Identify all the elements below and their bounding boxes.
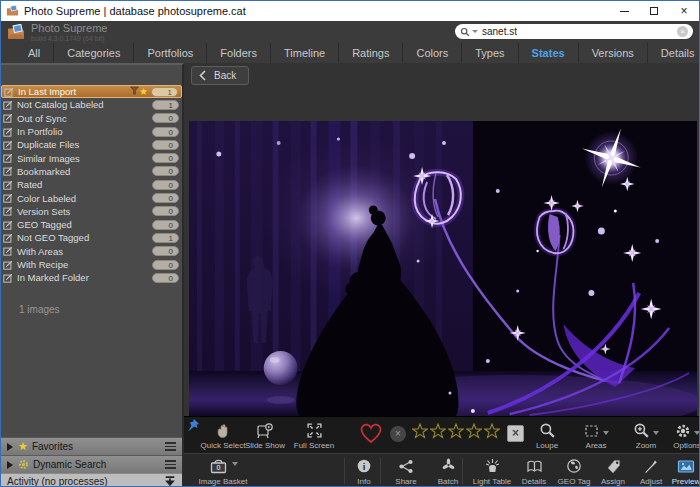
rating-stars[interactable] — [412, 423, 502, 443]
favorites-label: Favorites — [32, 441, 165, 452]
state-filter-row[interactable]: GEO Tagged ★ 0 — [1, 218, 182, 231]
state-filter-row[interactable]: Out of Sync ★ 0 — [1, 112, 182, 125]
minimize-button[interactable] — [609, 1, 639, 21]
share-button[interactable]: Share — [386, 457, 426, 486]
info-button[interactable]: i Info — [346, 457, 382, 486]
tab-portfolios[interactable]: Portfolios — [133, 43, 206, 63]
chevron-down-icon[interactable] — [603, 431, 609, 435]
count-badge: 0 — [152, 193, 179, 203]
state-filter-row[interactable]: Bookmarked ★ 0 — [1, 165, 182, 178]
rating-star-icon[interactable] — [448, 423, 466, 443]
tab-versions[interactable]: Versions — [578, 43, 647, 63]
state-filter-label: Color Labeled — [17, 193, 152, 204]
chevron-down-icon[interactable] — [232, 462, 238, 466]
expand-triangle-icon[interactable] — [7, 461, 13, 469]
state-filter-label: With Areas — [17, 246, 152, 257]
remove-rating-button[interactable]: × — [507, 425, 524, 442]
preview-button[interactable]: Preview — [665, 457, 700, 486]
rating-star-icon[interactable] — [466, 423, 484, 443]
clear-rating-icon[interactable]: × — [390, 426, 406, 442]
panel-menu-icon[interactable] — [165, 458, 176, 471]
search-input[interactable]: sanet.st — [482, 26, 677, 37]
options-button[interactable]: Options — [665, 420, 700, 450]
quick-select-button[interactable]: Quick Select — [198, 420, 248, 450]
state-filter-row[interactable]: In Marked Folder ★ 0 — [1, 271, 182, 284]
count-badge: 0 — [152, 273, 179, 283]
tab-types[interactable]: Types — [461, 43, 517, 63]
geo-tag-button[interactable]: GEO Tag — [552, 457, 596, 486]
state-filter-row[interactable]: In Last Import ★ 1 — [1, 85, 182, 98]
expand-triangle-icon[interactable] — [7, 443, 13, 451]
state-filter-row[interactable]: Color Labeled ★ 0 — [1, 191, 182, 204]
image-basket-button[interactable]: 0 Image Basket — [192, 457, 254, 486]
count-badge: 1 — [152, 233, 179, 243]
tab-states[interactable]: States — [518, 43, 578, 63]
edit-label-icon[interactable] — [3, 127, 13, 137]
heart-favorite-icon[interactable] — [358, 421, 384, 445]
app-build: build 4.3.0.1749 (64 bit) — [31, 35, 107, 42]
state-filter-label: Duplicate Files — [17, 139, 152, 150]
light-table-button[interactable]: Light Table — [466, 457, 518, 486]
loupe-button[interactable]: Loupe — [527, 420, 567, 450]
maximize-button[interactable] — [639, 1, 669, 21]
state-filter-row[interactable]: With Recipe ★ 0 — [1, 258, 182, 271]
chevron-down-icon[interactable] — [694, 431, 700, 435]
activity-panel-toggle-icon[interactable] — [164, 475, 176, 487]
state-filter-row[interactable]: Rated ★ 0 — [1, 178, 182, 191]
edit-label-icon[interactable] — [4, 87, 14, 97]
window-title: Photo Supreme | database photosupreme.ca… — [24, 5, 609, 17]
details-button[interactable]: Details — [514, 457, 554, 486]
areas-button[interactable]: Areas — [575, 420, 617, 450]
zoom-button[interactable]: Zoom — [625, 420, 667, 450]
book-icon — [526, 459, 543, 474]
tab-colors[interactable]: Colors — [402, 43, 461, 63]
tab-details[interactable]: Details — [647, 43, 700, 63]
photo-preview-image[interactable] — [189, 121, 697, 416]
count-badge: 0 — [152, 220, 179, 230]
edit-label-icon[interactable] — [3, 273, 13, 283]
edit-label-icon[interactable] — [3, 100, 13, 110]
rating-star-icon[interactable] — [430, 423, 448, 443]
rating-star-icon[interactable] — [412, 423, 430, 443]
edit-label-icon[interactable] — [3, 246, 13, 256]
funnel-filter-icon[interactable] — [130, 86, 139, 97]
title-bar: Photo Supreme | database photosupreme.ca… — [1, 1, 699, 21]
edit-label-icon[interactable] — [3, 233, 13, 243]
tab-categories[interactable]: Categories — [53, 43, 133, 63]
slide-show-button[interactable]: Slide Show — [242, 420, 288, 450]
dynamic-search-panel-header[interactable]: Dynamic Search — [1, 455, 182, 473]
tab-folders[interactable]: Folders — [206, 43, 270, 63]
favorites-panel-header[interactable]: ★ Favorites — [1, 437, 182, 455]
search-clear-icon[interactable]: × — [677, 26, 688, 37]
tab-all[interactable]: All — [15, 43, 53, 63]
panel-menu-icon[interactable] — [165, 440, 176, 453]
state-filter-row[interactable]: Duplicate Files ★ 0 — [1, 138, 182, 151]
state-filter-row[interactable]: Not GEO Tagged ★ 1 — [1, 231, 182, 244]
back-button[interactable]: Back — [191, 66, 249, 85]
star-icon: ★ — [139, 87, 148, 97]
state-filter-row[interactable]: Not Catalog Labeled ★ 1 — [1, 98, 182, 111]
edit-label-icon[interactable] — [3, 113, 13, 123]
search-box[interactable]: sanet.st × — [455, 24, 693, 39]
edit-label-icon[interactable] — [3, 260, 13, 270]
share-icon — [398, 459, 414, 474]
edit-label-icon[interactable] — [3, 153, 13, 163]
state-filter-row[interactable]: With Areas ★ 0 — [1, 245, 182, 258]
edit-label-icon[interactable] — [3, 220, 13, 230]
search-scope-caret[interactable] — [472, 30, 478, 33]
state-filter-row[interactable]: In Portfolio ★ 0 — [1, 125, 182, 138]
edit-label-icon[interactable] — [3, 140, 13, 150]
tab-timeline[interactable]: Timeline — [270, 43, 338, 63]
state-filter-row[interactable]: Version Sets ★ 0 — [1, 205, 182, 218]
edit-label-icon[interactable] — [3, 193, 13, 203]
chevron-down-icon[interactable] — [653, 431, 659, 435]
edit-label-icon[interactable] — [3, 166, 13, 176]
close-button[interactable]: × — [669, 1, 699, 21]
edit-label-icon[interactable] — [3, 180, 13, 190]
full-screen-button[interactable]: Full Screen — [288, 420, 340, 450]
tab-ratings[interactable]: Ratings — [338, 43, 402, 63]
edit-label-icon[interactable] — [3, 206, 13, 216]
assign-button[interactable]: Assign — [593, 457, 633, 486]
state-filter-row[interactable]: Similar Images ★ 0 — [1, 151, 182, 164]
rating-star-icon[interactable] — [484, 423, 502, 443]
